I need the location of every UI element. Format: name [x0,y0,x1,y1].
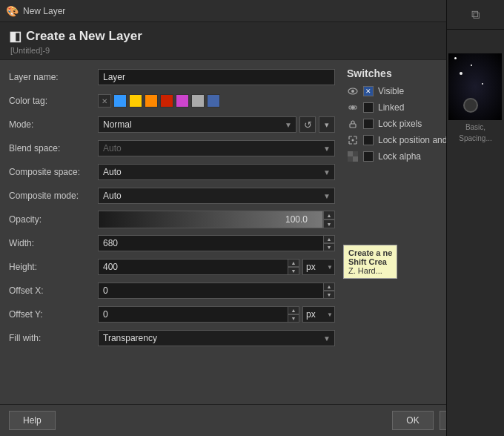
offset-y-input[interactable] [98,306,299,323]
offset-x-control: ▲ ▼ [98,283,335,299]
height-unit-wrap: px mm in ▼ [302,259,335,275]
color-tags: ✕ [98,94,220,108]
layer-name-row: Layer name: [9,67,335,87]
height-input[interactable] [98,259,299,275]
dialog-title: ◧ Create a New Layer [9,28,142,44]
opacity-row: Opacity: 100.0 ▲ ▼ [9,210,335,229]
svg-rect-4 [350,124,356,128]
offset-x-row: Offset X: ▲ ▼ [9,281,335,300]
panel-top: ⧉ [447,0,504,30]
visible-label: Visible [378,86,404,96]
offset-y-down-button[interactable]: ▼ [288,314,299,323]
composite-mode-row: Composite mode: Auto ▼ [9,186,335,205]
linked-checkbox[interactable] [363,102,374,113]
height-unit-select[interactable]: px mm in [302,259,335,275]
color-tag-yellow[interactable] [129,94,142,108]
color-tag-none[interactable]: ✕ [98,94,111,108]
form-section: Layer name: Color tag: ✕ [9,67,335,397]
offset-x-input-wrap: ▲ ▼ [98,283,335,299]
color-tag-darkblue[interactable] [207,94,220,108]
height-up-button[interactable]: ▲ [288,259,299,267]
lock-position-checkbox[interactable] [363,135,374,145]
color-tag-orange[interactable] [145,94,158,108]
layer-name-label: Layer name: [9,72,98,82]
height-input-wrap: ▲ ▼ [98,259,299,275]
lock-alpha-checkbox[interactable] [363,151,374,162]
dialog-header: ◧ Create a New Layer [Untitled]-9 The Gr… [0,22,504,60]
titlebar: 🎨 New Layer ✕ [0,0,504,22]
lock-alpha-icon [347,151,359,162]
opacity-down-button[interactable]: ▼ [323,219,335,228]
color-tag-purple[interactable] [176,94,189,108]
composite-mode-label: Composite mode: [9,191,98,201]
height-control: ▲ ▼ px mm in ▼ [98,259,335,275]
offset-y-unit-wrap: px mm in ▼ [302,306,335,323]
offset-x-up-button[interactable]: ▲ [323,283,335,291]
new-layer-panel-icon[interactable]: ⧉ [471,8,480,22]
composite-space-label: Composite space: [9,167,98,177]
layers-panel: Create a ne Shift Crea Z. Hard... ⧉ Basi… [446,0,504,436]
help-button[interactable]: Help [9,411,56,430]
height-row: Height: ▲ ▼ px mm in [9,257,335,277]
panel-basic-label: Basic, [448,122,503,133]
width-up-button[interactable]: ▲ [323,235,335,243]
lock-pixels-checkbox[interactable] [363,119,374,129]
offset-x-down-button[interactable]: ▼ [323,291,335,299]
layer-thumbnail[interactable] [448,53,502,120]
svg-rect-8 [353,151,358,156]
offset-y-control: ▲ ▼ px mm in ▼ [98,306,335,323]
dialog-body: Layer name: Color tag: ✕ [0,60,504,404]
width-input-wrap: ▲ ▼ [98,235,335,251]
layer-thumb-area: Basic, Spacing... [447,52,504,145]
tooltip-line1: Create a ne [348,248,392,257]
panel-spacing-label: Spacing... [448,133,503,144]
offset-x-input[interactable] [98,283,335,299]
tooltip: Create a ne Shift Crea Z. Hard... [343,245,397,279]
visible-checkbox[interactable]: ✕ [363,86,374,96]
tooltip-line2: Shift Crea [348,257,392,266]
titlebar-title: New Layer [23,6,479,16]
ok-button[interactable]: OK [392,411,433,430]
height-down-button[interactable]: ▼ [288,267,299,275]
offset-y-unit-select[interactable]: px mm in [302,306,335,323]
fill-with-row: Fill with: Transparency White Black Fore… [9,328,335,348]
opacity-control: 100.0 ▲ ▼ [98,211,335,228]
opacity-label: Opacity: [9,214,98,225]
offset-y-up-button[interactable]: ▲ [288,306,299,314]
color-tag-gray[interactable] [191,94,205,108]
color-tag-blue[interactable] [113,94,127,108]
width-down-button[interactable]: ▼ [323,243,335,251]
fill-with-select[interactable]: Transparency White Black Foreground Colo… [98,330,335,346]
composite-space-select[interactable]: Auto [98,164,335,180]
layer-name-control [98,69,335,85]
color-tag-red[interactable] [160,94,173,108]
width-input[interactable] [98,235,335,251]
titlebar-icon: 🎨 [6,5,19,17]
mode-extra-button[interactable]: ▾ [319,116,335,133]
mode-control: Normal Multiply Screen Overlay Darken Li… [98,116,335,133]
mode-label: Mode: [9,119,98,130]
offset-y-label: Offset Y: [9,309,98,320]
width-control: ▲ ▼ [98,235,335,251]
fill-with-control: Transparency White Black Foreground Colo… [98,330,335,346]
width-row: Width: ▲ ▼ [9,234,335,253]
color-tag-row: Color tag: ✕ [9,91,335,110]
lock-pixels-label: Lock pixels [378,119,422,129]
composite-mode-select[interactable]: Auto [98,188,335,204]
tooltip-line3: Z. Hard... [348,266,392,275]
mode-select[interactable]: Normal Multiply Screen Overlay Darken Li… [98,116,296,133]
height-label: Height: [9,262,98,272]
opacity-up-button[interactable]: ▲ [323,211,335,219]
layer-name-input[interactable] [98,69,335,85]
composite-space-control: Auto ▼ [98,164,335,180]
blend-space-select[interactable]: Auto [98,140,335,156]
offset-y-input-wrap: ▲ ▼ [98,306,299,323]
mode-reset-button[interactable]: ↺ [299,116,316,133]
opacity-value: 100.0 [285,214,308,225]
dialog-subtitle: [Untitled]-9 [9,46,142,55]
offset-x-label: Offset X: [9,285,98,296]
opacity-slider[interactable]: 100.0 [98,211,323,228]
svg-rect-9 [348,156,353,162]
lock-pixels-icon [347,118,359,130]
visible-icon [347,85,359,97]
